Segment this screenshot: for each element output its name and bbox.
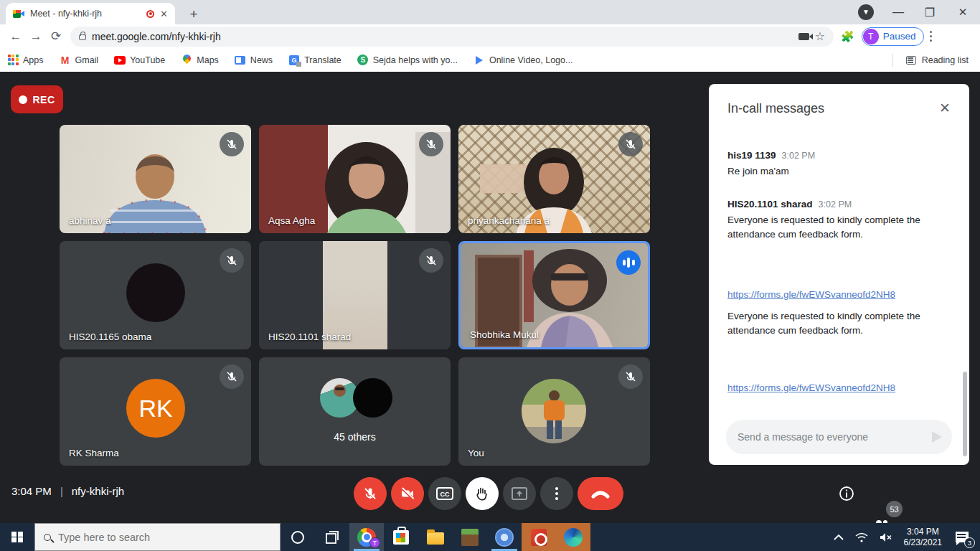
start-button[interactable] bbox=[0, 523, 34, 551]
bookmark-translate[interactable]: G Translate bbox=[288, 55, 341, 66]
browser-toolbar: ← → ⟳ meet.google.com/nfy-khki-rjh ☆ 🧩 T… bbox=[0, 24, 980, 48]
new-tab-button[interactable]: + bbox=[185, 6, 202, 23]
tray-volume-button[interactable] bbox=[874, 523, 898, 551]
system-tray: 3:04 PM 6/23/2021 3 bbox=[828, 523, 980, 551]
participant-name: abhinav a bbox=[69, 215, 111, 226]
bookmark-label: Apps bbox=[23, 55, 44, 65]
reading-list-button[interactable]: Reading list bbox=[892, 54, 973, 67]
mic-off-icon bbox=[618, 364, 643, 389]
back-button[interactable]: ← bbox=[6, 27, 26, 47]
meeting-details-button[interactable] bbox=[831, 478, 862, 509]
camera-toggle-button[interactable] bbox=[391, 477, 424, 510]
profile-sync-pill[interactable]: T Paused bbox=[862, 27, 924, 46]
window-close-button[interactable]: ✕ bbox=[948, 0, 977, 24]
chat-close-icon[interactable]: ✕ bbox=[936, 100, 953, 117]
chat-input-container bbox=[726, 420, 952, 454]
cortana-button[interactable] bbox=[281, 523, 315, 551]
taskbar-edge-button[interactable] bbox=[556, 523, 590, 551]
bookmark-label: Maps bbox=[197, 55, 219, 65]
more-options-button[interactable] bbox=[540, 477, 573, 510]
participant-tile-obama[interactable]: HIS20.1165 obama bbox=[60, 241, 251, 349]
taskbar-store-button[interactable] bbox=[384, 523, 418, 551]
bookmark-sejda[interactable]: S Sejda helps with yo... bbox=[357, 55, 458, 66]
tab-title: Meet - nfy-khki-rjh bbox=[30, 9, 141, 19]
participant-tile-rk-sharma[interactable]: RK RK Sharma bbox=[60, 357, 251, 466]
microsoft-store-icon bbox=[393, 530, 409, 545]
chat-message-input[interactable] bbox=[738, 431, 932, 443]
divider: | bbox=[60, 485, 63, 497]
taskbar-office-button[interactable] bbox=[522, 523, 556, 551]
address-bar[interactable]: meet.google.com/nfy-khki-rjh ☆ bbox=[70, 27, 834, 47]
mic-off-icon bbox=[419, 132, 443, 156]
play-icon bbox=[476, 56, 483, 65]
apps-grid-icon bbox=[7, 55, 19, 66]
self-tile[interactable]: You bbox=[458, 357, 650, 466]
message-author: HIS20.1101 sharad bbox=[727, 199, 813, 209]
chat-message: Everyone is requested to kindly complete… bbox=[727, 309, 943, 338]
taskbar-search-box[interactable] bbox=[34, 523, 281, 551]
message-link[interactable]: https://forms.gle/fwEWSvanneofd2NH8 bbox=[727, 382, 895, 393]
action-center-button[interactable]: 3 bbox=[948, 523, 976, 551]
message-link[interactable]: https://forms.gle/fwEWSvanneofd2NH8 bbox=[727, 289, 895, 300]
window-minimize-button[interactable]: — bbox=[885, 0, 911, 24]
hang-up-button[interactable] bbox=[578, 477, 623, 510]
participant-tile-sharad[interactable]: HIS20.1101 sharad bbox=[259, 241, 451, 349]
chat-scrollbar[interactable] bbox=[963, 372, 967, 456]
reading-list-label: Reading list bbox=[922, 55, 969, 65]
forward-button[interactable]: → bbox=[26, 27, 46, 47]
recording-dot-icon bbox=[19, 95, 27, 104]
browser-tab[interactable]: Meet - nfy-khki-rjh ✕ bbox=[6, 3, 175, 24]
bookmark-label: News bbox=[250, 55, 273, 65]
bookmark-maps[interactable]: Maps bbox=[181, 55, 219, 66]
raise-hand-button[interactable] bbox=[466, 477, 499, 510]
bookmarks-bar: Apps M Gmail YouTube Maps News G Transla… bbox=[0, 48, 980, 72]
bookmark-youtube[interactable]: YouTube bbox=[114, 55, 165, 66]
search-icon bbox=[44, 534, 51, 541]
bookmark-gmail[interactable]: M Gmail bbox=[60, 55, 99, 66]
tab-close-icon[interactable]: ✕ bbox=[160, 9, 168, 19]
mic-toggle-button[interactable] bbox=[354, 477, 387, 510]
bookmark-online-video[interactable]: Online Video, Logo... bbox=[473, 55, 573, 66]
taskbar-explorer-button[interactable] bbox=[418, 523, 453, 551]
tab-recording-icon bbox=[146, 10, 154, 18]
present-screen-button[interactable] bbox=[503, 477, 536, 510]
participant-tile-shobhika[interactable]: Shobhika Mukul bbox=[458, 241, 650, 349]
taskbar-chromium-button[interactable] bbox=[487, 523, 522, 551]
overflow-tile-others[interactable]: 45 others bbox=[259, 357, 451, 466]
sejda-icon: S bbox=[357, 55, 368, 65]
caret-circle-icon[interactable]: ▼ bbox=[858, 4, 874, 20]
mic-off-icon bbox=[220, 364, 244, 389]
mic-off-icon bbox=[618, 132, 643, 156]
task-view-button[interactable] bbox=[315, 523, 349, 551]
chat-panel-title: In-call messages bbox=[727, 101, 824, 116]
camera-in-use-icon[interactable] bbox=[798, 33, 809, 40]
mic-off-icon bbox=[220, 132, 244, 156]
participant-tile-abhinav[interactable]: abhinav a bbox=[60, 125, 251, 233]
tray-chevron-button[interactable] bbox=[828, 523, 849, 551]
tray-clock[interactable]: 3:04 PM 6/23/2021 bbox=[898, 527, 948, 548]
reload-button[interactable]: ⟳ bbox=[46, 27, 66, 47]
browser-menu-icon[interactable] bbox=[930, 31, 933, 42]
send-message-icon[interactable] bbox=[932, 431, 942, 443]
taskbar-chrome-button[interactable]: T bbox=[349, 523, 384, 551]
bookmark-apps[interactable]: Apps bbox=[7, 55, 44, 66]
taskbar-search-input[interactable] bbox=[58, 532, 237, 543]
window-maximize-button[interactable]: ❐ bbox=[917, 0, 943, 24]
bookmark-news[interactable]: News bbox=[235, 55, 273, 66]
participant-tile-priyanka[interactable]: priyankachanana a bbox=[458, 125, 650, 233]
participant-name: You bbox=[468, 448, 484, 458]
extensions-icon[interactable]: 🧩 bbox=[841, 30, 854, 43]
chrome-profile-badge: T bbox=[369, 537, 380, 548]
bookmark-label: Online Video, Logo... bbox=[489, 55, 573, 65]
profile-avatar: T bbox=[863, 29, 879, 44]
bookmark-star-icon[interactable]: ☆ bbox=[815, 29, 825, 43]
svg-text:CC: CC bbox=[440, 491, 450, 498]
captions-button[interactable]: CC bbox=[428, 477, 461, 510]
meet-favicon-icon bbox=[13, 9, 24, 19]
participant-tile-aqsa[interactable]: Aqsa Agha bbox=[259, 125, 451, 233]
news-icon bbox=[235, 56, 245, 65]
tray-wifi-button[interactable] bbox=[849, 523, 874, 551]
speaking-indicator-icon bbox=[616, 250, 641, 275]
taskbar-minecraft-button[interactable] bbox=[453, 523, 487, 551]
speaker-muted-icon bbox=[880, 532, 892, 542]
